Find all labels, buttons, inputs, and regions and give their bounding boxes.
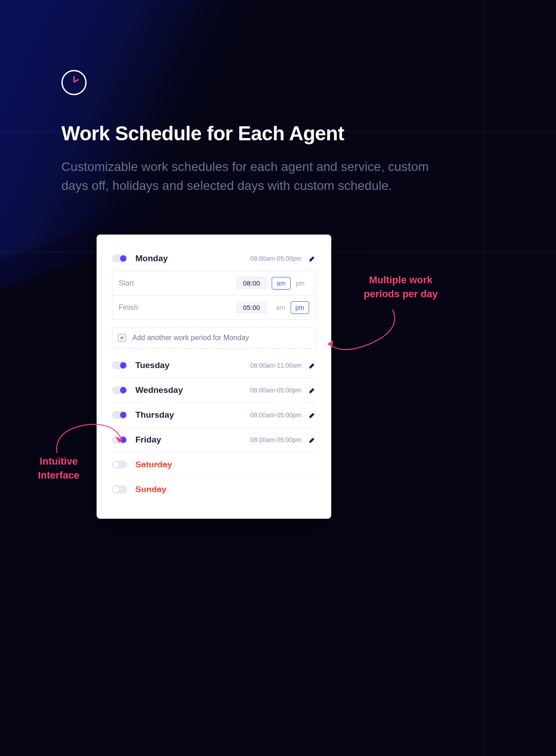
- toggle-day[interactable]: [112, 361, 127, 369]
- plus-icon: [118, 334, 126, 342]
- period-finish-row: Finish 05:00 am pm: [112, 295, 315, 319]
- day-row-monday: Monday 08:00am-05:00pm: [112, 252, 316, 271]
- start-time-input[interactable]: 08:00: [236, 277, 268, 290]
- day-summary: 08:00am-05:00pm: [250, 387, 301, 394]
- day-name: Tuesday: [135, 360, 250, 370]
- day-row: Wednesday08:00am-05:00pm: [112, 378, 316, 402]
- day-name: Wednesday: [135, 385, 250, 395]
- callout-multiple-periods: Multiple workperiods per day: [360, 273, 441, 301]
- toggle-day[interactable]: [112, 411, 127, 419]
- day-row: Sunday: [112, 477, 316, 502]
- arrow-icon: [54, 421, 131, 459]
- period-start-row: Start 08:00 am pm: [112, 271, 315, 295]
- toggle-day[interactable]: [112, 461, 127, 469]
- finish-am-button[interactable]: am: [272, 302, 289, 313]
- start-label: Start: [119, 279, 236, 287]
- svg-marker-0: [328, 340, 333, 347]
- pencil-icon[interactable]: [309, 387, 316, 394]
- start-pm-button[interactable]: pm: [292, 277, 309, 289]
- day-row: Tuesday08:00am-11:00am: [112, 359, 316, 378]
- add-period-label: Add another work period for Monday: [132, 334, 249, 342]
- pencil-icon[interactable]: [309, 255, 316, 262]
- schedule-card: Monday 08:00am-05:00pm Start 08:00 am pm…: [97, 235, 331, 519]
- finish-time-input[interactable]: 05:00: [236, 301, 268, 314]
- day-row: Saturday: [112, 452, 316, 477]
- pencil-icon[interactable]: [309, 362, 316, 369]
- day-row: Thursday08:00am-05:00pm: [112, 402, 316, 427]
- arrow-icon: [325, 308, 415, 359]
- finish-pm-button[interactable]: pm: [291, 301, 309, 314]
- day-name: Monday: [135, 254, 250, 263]
- day-summary: 08:00am-05:00pm: [250, 411, 301, 419]
- pencil-icon[interactable]: [309, 411, 316, 419]
- pencil-icon[interactable]: [309, 436, 316, 443]
- clock-icon: [61, 70, 87, 95]
- toggle-day[interactable]: [112, 485, 127, 493]
- day-summary: 08:00am-05:00pm: [250, 255, 301, 262]
- period-editor: Start 08:00 am pm Finish 05:00 am pm: [112, 271, 316, 320]
- day-name: Friday: [135, 435, 250, 445]
- day-row: Friday08:00am-05:00pm: [112, 427, 316, 452]
- toggle-day[interactable]: [112, 386, 127, 394]
- day-name: Thursday: [135, 410, 250, 420]
- finish-label: Finish: [119, 304, 236, 312]
- add-period-button[interactable]: Add another work period for Monday: [112, 327, 316, 349]
- day-name: Saturday: [135, 460, 316, 470]
- start-am-button[interactable]: am: [272, 277, 290, 290]
- day-name: Sunday: [135, 484, 316, 494]
- page-subtitle: Customizable work schedules for each age…: [61, 157, 449, 195]
- day-summary: 08:00am-05:00pm: [250, 436, 301, 443]
- day-summary: 08:00am-11:00am: [250, 362, 301, 369]
- page-title: Work Schedule for Each Agent: [61, 122, 502, 145]
- toggle-monday[interactable]: [112, 254, 127, 263]
